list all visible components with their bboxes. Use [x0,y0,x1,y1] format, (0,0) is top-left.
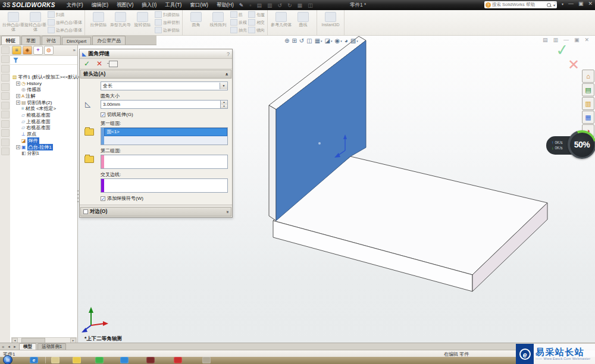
toolbar-button[interactable]: 曲线 [292,11,314,27]
filter-funnel-icon[interactable] [13,58,18,63]
toolbar-button[interactable]: 相交 [248,18,265,26]
expand-section-icon[interactable]: » [224,211,230,213]
propertymanager-tab-icon[interactable]: ◈ [23,46,32,55]
menu-item[interactable]: 帮助(H) [212,2,238,9]
search-icon[interactable] [547,3,551,7]
tree-item[interactable]: ◧分割1 [16,150,39,156]
tree-item[interactable]: +▤切割清单(2) [16,99,52,105]
close-button[interactable]: ✕ [588,1,593,7]
sketch-tool-icon[interactable] [1,55,10,63]
tab-scroll-icon[interactable]: ≡ [0,345,6,349]
help-dropdown-icon[interactable]: ▾ [562,2,563,6]
toolbar-button[interactable]: 圆角 [185,11,207,27]
dropdown-caret-icon[interactable]: ▾ [340,39,342,43]
configurationmanager-tab-icon[interactable]: + [33,46,43,55]
file-explorer-icon[interactable]: ▥ [582,97,594,110]
zoom-fit-icon[interactable]: ⊕ [284,37,289,45]
group2-selection-list[interactable] [101,155,228,169]
internet-explorer-icon[interactable]: e [30,357,38,363]
collapse-section-icon[interactable]: ∧ [225,72,228,77]
previous-view-icon[interactable]: ↺ [299,37,304,45]
quick-access-icon[interactable]: ▥ [267,2,273,8]
quick-access-icon[interactable]: ▦ [298,2,303,8]
restore-doc-icon[interactable]: ▣ [574,37,580,43]
tab-办公室产品[interactable]: 办公室产品 [92,36,126,45]
quick-access-icon[interactable]: ↻ [287,2,292,8]
section-view-icon[interactable]: ◫ [306,37,312,45]
cancel-button[interactable]: ✕ [96,60,102,67]
toolbar-button[interactable]: 旋转切除 [131,11,154,27]
tab-scroll-icon[interactable]: ◂ [6,344,12,349]
toolbar-button[interactable]: 线性阵列 [207,11,229,27]
folder-icon[interactable] [73,357,81,363]
tree-item[interactable]: +◷History [16,80,42,86]
toolbar-button[interactable]: 边界切除 [155,26,180,34]
sketch-tool-icon[interactable] [1,74,10,81]
dropdown-caret-icon[interactable]: ▾ [356,39,358,43]
weld-length-select[interactable]: 全长 ▼ [101,81,228,90]
tree-item[interactable]: ▱上视基准面 [16,118,50,124]
sketch-tool-icon[interactable] [1,83,10,91]
dropdown-caret-icon[interactable]: ▾ [321,39,322,43]
sketch-tool-icon[interactable] [1,92,10,100]
dropdown-caret-icon[interactable]: ▾ [331,39,333,43]
arrow-side-section-header[interactable]: 箭头边(A) ∧ [80,70,231,79]
menu-item[interactable]: 工具(T) [161,2,186,9]
toolbar-button[interactable]: 筋 [230,11,247,18]
toolbar-button[interactable]: 异型孔向导 [109,11,131,27]
group1-selection-list[interactable]: 面<1> [101,127,228,145]
menu-item[interactable]: 视图(V) [112,2,137,9]
solidworks-resources-icon[interactable]: ⌂ [582,70,594,83]
fillet-size-input[interactable]: 3.00mm ▲▼ [101,100,228,109]
toolbar-button[interactable]: 边界凸台/基体 [48,26,82,34]
origin-point[interactable] [318,142,321,145]
pptv-icon[interactable] [174,357,182,363]
start-button[interactable]: ⊞ [3,355,12,364]
spin-down-icon[interactable]: ▼ [221,105,227,109]
tab-评估[interactable]: 评估 [42,36,61,45]
scene-icon[interactable]: ▨ [350,37,356,45]
app-gray-icon[interactable] [202,357,211,363]
tree-item[interactable]: ⊥原点 [16,131,36,137]
menu-item[interactable]: 编辑(E) [87,2,112,9]
browser-icon[interactable] [120,357,129,363]
tree-filter-row[interactable] [10,56,77,65]
tangent-propagation-checkbox[interactable]: ✓ 切线延伸(G) [101,111,228,118]
search-box[interactable]: ? 搜索 SolidWorks 帮助 ▾ [484,1,557,8]
toolbar-button[interactable]: Instant3D [320,11,342,27]
expand-icon[interactable]: + [16,101,20,105]
selected-face-item[interactable]: 面<1> [104,128,227,136]
sketch-pencil-icon[interactable]: ✎ [239,2,244,8]
toolbar-button[interactable]: 放样切割 [155,18,180,26]
dimxpertmanager-tab-icon[interactable]: ◍ [44,46,54,55]
detailed-preview-icon[interactable] [109,61,118,67]
sketch-tool-icon[interactable] [1,139,10,146]
display-style-icon[interactable]: ◪ [325,37,330,45]
dropdown-caret-icon[interactable]: ▼ [220,83,227,89]
confirm-cancel-icon[interactable]: ✕ [568,57,580,73]
wechat-icon[interactable] [95,357,104,363]
sketch-tool-icon[interactable] [1,120,10,128]
toolbar-button[interactable]: 放样凸台/基体 [48,18,82,26]
tab-特征[interactable]: 特征 [1,36,20,45]
help-button[interactable]: ? [554,1,557,7]
ok-button[interactable]: ✓ [84,60,90,67]
design-library-icon[interactable]: ▤ [582,83,594,96]
sketch-tool-icon[interactable] [1,148,10,155]
edit-appearance-icon[interactable]: ◕ [345,37,348,45]
toolbar-button[interactable]: 参考几何体 [270,11,292,27]
minimize-button[interactable]: — [568,1,574,7]
tree-item[interactable]: ▱前视基准面 [16,112,50,118]
menu-item[interactable]: 窗口(W) [186,2,212,9]
expand-icon[interactable]: + [16,81,20,86]
checkbox-checked-icon[interactable]: ✓ [101,196,105,201]
media-app-icon[interactable] [146,357,155,363]
tab-DimXpert[interactable]: DimXpert [62,37,91,45]
menu-item[interactable]: 插入(I) [137,2,161,9]
memory-usage-ball[interactable]: 50% [568,130,595,159]
toolbar-button[interactable]: 拉伸切除 [87,11,109,27]
restore-button[interactable]: ▣ [578,1,584,7]
toolbar-button[interactable]: 拉伸凸台/基体 [2,11,24,32]
spinner-buttons[interactable]: ▲▼ [220,101,227,108]
toolbar-button[interactable]: 旋转凸台/基体 [24,11,46,32]
